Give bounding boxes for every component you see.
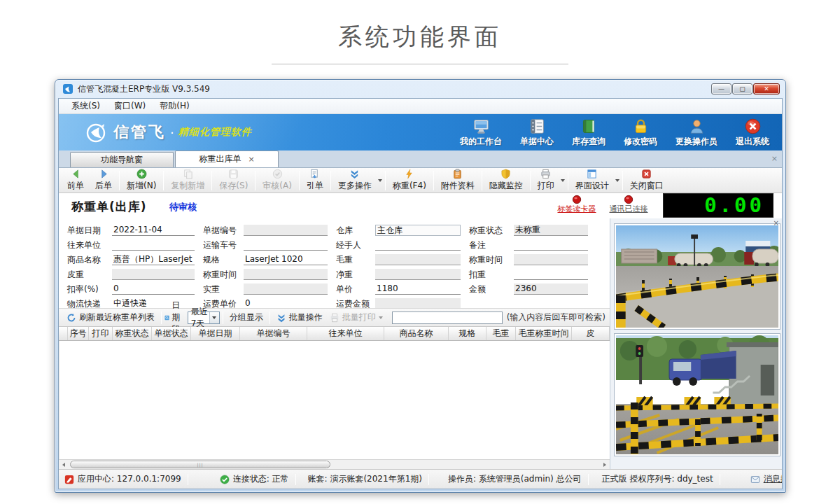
panel-close-icon[interactable]: ×	[774, 219, 779, 227]
separator	[188, 474, 188, 485]
form-field[interactable]: LaserJet 1020	[244, 254, 328, 265]
column-header[interactable]: 规格	[449, 327, 486, 340]
ui-design-button[interactable]: 界面设计	[570, 167, 615, 193]
column-header[interactable]: 毛重	[486, 327, 516, 340]
table-header: 序号打印称重状态单据状态单据日期单据编号往来单位商品名称规格毛重毛重称重时间皮	[59, 327, 610, 341]
dropdown-caret-icon[interactable]	[615, 179, 620, 182]
column-header[interactable]: 称重状态	[113, 327, 152, 340]
form-field	[244, 269, 328, 280]
separator	[223, 312, 223, 324]
status-account-set: 账套: 演示账套(2021年第1期)	[308, 473, 422, 485]
attachment-icon	[452, 169, 463, 179]
switch-user-icon	[688, 118, 706, 135]
brand-separator: ·	[170, 125, 174, 140]
quick-doc-center[interactable]: 单据中心	[520, 118, 554, 148]
audit-button[interactable]: 审核(A)	[257, 167, 298, 193]
form-field[interactable]: 2022-11-04	[112, 225, 195, 236]
next-doc-button[interactable]: 后单	[90, 167, 118, 193]
print-button[interactable]: 打印	[532, 167, 560, 193]
add-new-button[interactable]: 新增(N)	[121, 167, 162, 193]
dropdown-caret-icon[interactable]	[561, 179, 565, 182]
separator	[299, 171, 300, 190]
column-header[interactable]: 单据编号	[240, 327, 307, 340]
save-button[interactable]: 保存(S)	[214, 167, 253, 193]
horizontal-scrollbar[interactable]: |||	[59, 459, 610, 469]
search-input[interactable]	[392, 312, 503, 324]
form-field[interactable]	[375, 239, 461, 251]
status-message-center[interactable]: 消息提醒中心	[750, 473, 782, 485]
tab-weigh-outbound[interactable]: 称重出库单×	[175, 150, 279, 167]
pull-order-button[interactable]: 引单	[301, 167, 329, 193]
more-actions-button[interactable]: 更多操作	[332, 167, 377, 193]
form-field[interactable]: 0	[112, 284, 195, 295]
tab-strip-close-icon[interactable]: ×	[771, 154, 778, 163]
quick-my-workbench[interactable]: 我的工作台	[460, 118, 502, 148]
tab-close-icon[interactable]: ×	[248, 155, 254, 164]
menu-window[interactable]: 窗口(W)	[107, 100, 153, 112]
printer-icon	[330, 313, 340, 323]
scroll-left-icon[interactable]	[59, 460, 69, 469]
prev-doc-button[interactable]: 前单	[62, 167, 90, 193]
comm-status-link[interactable]: 通讯已连接	[610, 204, 648, 214]
form-field[interactable]	[514, 239, 588, 251]
main-toolbar: 前单后单新增(N)复制新增保存(S)审核(A)引单更多操作称重(F4)附件资料隐…	[59, 168, 782, 193]
menu-help[interactable]: 帮助(H)	[153, 100, 196, 112]
refresh-list-button[interactable]: 刷新最近称重单列表	[63, 310, 158, 325]
maximize-button[interactable]: ▢	[732, 83, 752, 94]
column-header[interactable]: 打印	[89, 327, 113, 340]
close-button[interactable]: ✕	[753, 83, 780, 94]
separator	[161, 312, 162, 324]
column-header[interactable]: 皮	[572, 327, 610, 340]
status-text: 连接状态: 正常	[233, 473, 289, 485]
column-header[interactable]: 序号	[68, 327, 89, 340]
weigh-button[interactable]: 称重(F4)	[387, 167, 432, 193]
toolbar-button-label: 引单	[307, 180, 323, 192]
attachment-button[interactable]: 附件资料	[435, 167, 480, 193]
search-hint: (输入内容后回车即可检索)	[507, 312, 606, 323]
form-field[interactable]	[112, 239, 195, 251]
table-body[interactable]	[59, 341, 610, 459]
tab-function-nav[interactable]: 功能导航窗	[70, 152, 174, 167]
date-range-select[interactable]: 最近7天	[188, 312, 220, 324]
batch-print-button[interactable]: 批量打印	[326, 310, 386, 325]
add-icon	[136, 169, 147, 179]
app-window: 信管飞混凝土ERP专业版 V9.3.549 — ▢ ✕ 系统(S)窗口(W)帮助…	[55, 79, 786, 493]
column-header[interactable]: 单据日期	[191, 327, 240, 340]
column-header[interactable]: 单据状态	[152, 327, 191, 340]
form-field[interactable]	[514, 269, 588, 280]
column-header[interactable]: 商品名称	[384, 327, 449, 340]
dropdown-caret-icon	[379, 316, 383, 319]
minimize-button[interactable]: —	[711, 83, 732, 94]
quick-inventory-query[interactable]: 库存查询	[572, 118, 606, 148]
separator	[163, 171, 164, 190]
dropdown-caret-icon[interactable]	[378, 179, 382, 182]
form-label: 运输车号	[203, 239, 244, 251]
quick-action-label: 我的工作台	[460, 136, 502, 148]
copy-new-button[interactable]: 复制新增	[165, 167, 210, 193]
column-header[interactable]: 往来单位	[307, 327, 384, 340]
close-window-button[interactable]: 关闭窗口	[624, 167, 669, 193]
quick-switch-operator[interactable]: 更换操作员	[676, 118, 718, 148]
form-field[interactable]	[244, 239, 328, 251]
window-title: 信管飞混凝土ERP专业版 V9.3.549	[78, 83, 210, 95]
toolbar-button-label: 附件资料	[441, 180, 475, 192]
batch-operation-button[interactable]: 批量操作	[273, 310, 326, 325]
form-label: 毛重	[336, 254, 375, 266]
menu-system[interactable]: 系统(S)	[64, 100, 107, 112]
document-pane: 单据日期2022-11-04单据编号仓库主仓库称重状态未称重往来单位运输车号经手…	[59, 218, 610, 469]
scroll-right-icon[interactable]	[600, 460, 610, 469]
form-field[interactable]: 1180	[375, 284, 461, 295]
brand-slogan: 精细化管理软件	[178, 126, 252, 139]
hide-monitor-button[interactable]: 隐藏监控	[484, 167, 528, 193]
form-field	[112, 269, 195, 280]
column-header[interactable]: 毛重称重时间	[516, 327, 572, 340]
toolbar-button-label: 关闭窗口	[630, 180, 664, 192]
window-titlebar[interactable]: 信管飞混凝土ERP专业版 V9.3.549 — ▢ ✕	[55, 80, 785, 98]
scrollbar-thumb[interactable]: |||	[70, 461, 330, 468]
group-display-button[interactable]: 分组显示	[226, 310, 267, 325]
form-field[interactable]: 惠普（HP）LaserJet 1020	[112, 254, 195, 265]
card-reader-link[interactable]: 标签读卡器	[558, 204, 596, 214]
quick-change-password[interactable]: 修改密码	[624, 118, 657, 148]
quick-exit-system[interactable]: 退出系统	[736, 118, 769, 148]
form-field[interactable]: 主仓库	[375, 225, 461, 236]
